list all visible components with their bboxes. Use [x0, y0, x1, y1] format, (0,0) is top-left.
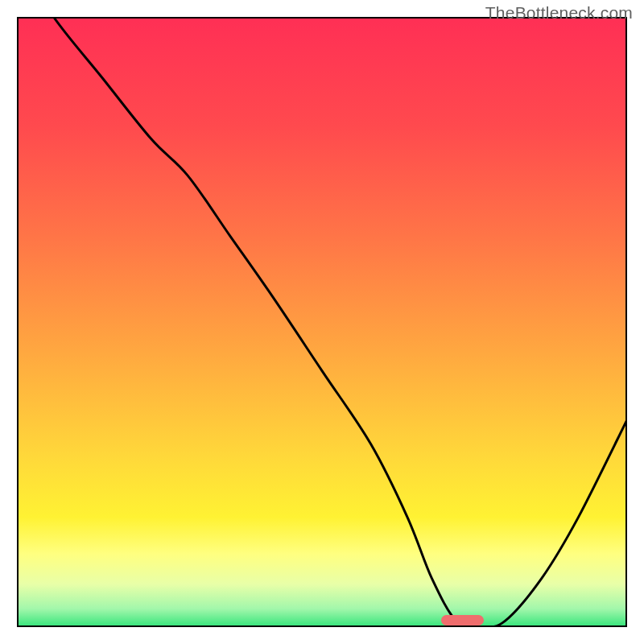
chart-container: TheBottleneck.com [0, 0, 644, 644]
plot-area [17, 17, 627, 627]
bottleneck-curve [17, 17, 627, 627]
curve-layer [17, 17, 627, 627]
optimal-marker [441, 615, 484, 625]
attribution-label: TheBottleneck.com [485, 3, 633, 23]
